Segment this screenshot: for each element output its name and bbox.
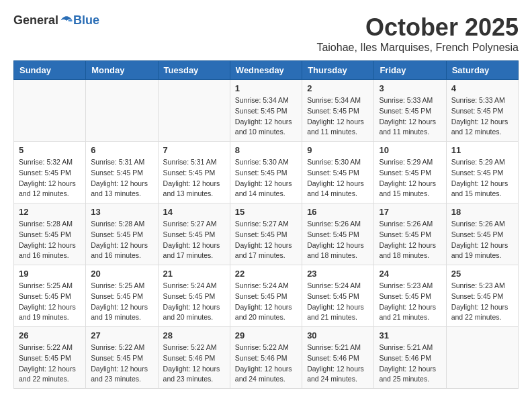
calendar-cell: 12Sunrise: 5:28 AM Sunset: 5:45 PM Dayli… <box>14 203 86 265</box>
day-info: Sunrise: 5:25 AM Sunset: 5:45 PM Dayligh… <box>91 281 152 323</box>
day-info: Sunrise: 5:26 AM Sunset: 5:45 PM Dayligh… <box>451 219 513 261</box>
day-info: Sunrise: 5:29 AM Sunset: 5:45 PM Dayligh… <box>379 157 441 199</box>
day-header-monday: Monday <box>86 61 158 80</box>
calendar-cell <box>86 80 158 142</box>
day-number: 11 <box>451 145 513 155</box>
day-info: Sunrise: 5:24 AM Sunset: 5:45 PM Dayligh… <box>307 281 369 323</box>
calendar-cell: 27Sunrise: 5:22 AM Sunset: 5:45 PM Dayli… <box>86 327 158 389</box>
day-number: 22 <box>235 269 297 279</box>
calendar-cell: 13Sunrise: 5:28 AM Sunset: 5:45 PM Dayli… <box>86 203 158 265</box>
day-number: 2 <box>307 83 369 93</box>
day-info: Sunrise: 5:23 AM Sunset: 5:45 PM Dayligh… <box>379 281 441 323</box>
day-info: Sunrise: 5:22 AM Sunset: 5:45 PM Dayligh… <box>91 342 152 385</box>
calendar-cell: 6Sunrise: 5:31 AM Sunset: 5:45 PM Daylig… <box>86 142 158 203</box>
day-header-sunday: Sunday <box>14 61 86 80</box>
days-header-row: SundayMondayTuesdayWednesdayThursdayFrid… <box>14 61 519 80</box>
day-number: 14 <box>163 207 225 217</box>
day-info: Sunrise: 5:32 AM Sunset: 5:45 PM Dayligh… <box>19 157 81 199</box>
day-number: 19 <box>19 269 81 279</box>
day-number: 21 <box>163 269 225 279</box>
calendar-cell: 24Sunrise: 5:23 AM Sunset: 5:45 PM Dayli… <box>374 265 446 327</box>
day-number: 15 <box>235 207 297 217</box>
day-number: 24 <box>379 269 441 279</box>
day-info: Sunrise: 5:26 AM Sunset: 5:45 PM Dayligh… <box>379 219 441 261</box>
day-number: 17 <box>379 207 441 217</box>
calendar-cell: 11Sunrise: 5:29 AM Sunset: 5:45 PM Dayli… <box>446 142 518 203</box>
day-info: Sunrise: 5:22 AM Sunset: 5:45 PM Dayligh… <box>19 342 81 385</box>
day-header-saturday: Saturday <box>446 61 518 80</box>
day-number: 28 <box>163 330 225 340</box>
week-row-4: 19Sunrise: 5:25 AM Sunset: 5:45 PM Dayli… <box>14 265 519 327</box>
day-number: 1 <box>235 83 297 93</box>
calendar-cell <box>158 80 230 142</box>
day-info: Sunrise: 5:28 AM Sunset: 5:45 PM Dayligh… <box>19 219 81 261</box>
calendar-cell: 28Sunrise: 5:22 AM Sunset: 5:46 PM Dayli… <box>158 327 230 389</box>
day-header-friday: Friday <box>374 61 446 80</box>
day-number: 29 <box>235 330 297 340</box>
day-number: 27 <box>91 330 152 340</box>
logo: General Blue <box>13 13 99 28</box>
calendar-cell <box>14 80 86 142</box>
calendar-cell: 21Sunrise: 5:24 AM Sunset: 5:45 PM Dayli… <box>158 265 230 327</box>
calendar-table: SundayMondayTuesdayWednesdayThursdayFrid… <box>13 60 519 389</box>
calendar-cell: 31Sunrise: 5:21 AM Sunset: 5:46 PM Dayli… <box>374 327 446 389</box>
calendar-cell: 16Sunrise: 5:26 AM Sunset: 5:45 PM Dayli… <box>302 203 374 265</box>
day-number: 3 <box>379 83 441 93</box>
day-number: 6 <box>91 145 152 155</box>
day-info: Sunrise: 5:30 AM Sunset: 5:45 PM Dayligh… <box>235 157 297 199</box>
day-header-thursday: Thursday <box>302 61 374 80</box>
logo-bird-icon <box>60 14 73 28</box>
calendar-cell: 18Sunrise: 5:26 AM Sunset: 5:45 PM Dayli… <box>446 203 518 265</box>
calendar-cell: 5Sunrise: 5:32 AM Sunset: 5:45 PM Daylig… <box>14 142 86 203</box>
calendar-cell: 4Sunrise: 5:33 AM Sunset: 5:45 PM Daylig… <box>446 80 518 142</box>
day-info: Sunrise: 5:33 AM Sunset: 5:45 PM Dayligh… <box>379 95 441 138</box>
month-title: October 2025 <box>316 13 519 42</box>
title-area: October 2025 Taiohae, Iles Marquises, Fr… <box>316 13 519 54</box>
day-info: Sunrise: 5:29 AM Sunset: 5:45 PM Dayligh… <box>451 157 513 199</box>
calendar-cell: 15Sunrise: 5:27 AM Sunset: 5:45 PM Dayli… <box>230 203 302 265</box>
day-number: 31 <box>379 330 441 340</box>
day-number: 18 <box>451 207 513 217</box>
day-number: 7 <box>163 145 225 155</box>
day-info: Sunrise: 5:26 AM Sunset: 5:45 PM Dayligh… <box>307 219 369 261</box>
day-info: Sunrise: 5:31 AM Sunset: 5:45 PM Dayligh… <box>163 157 225 199</box>
day-number: 5 <box>19 145 81 155</box>
day-number: 25 <box>451 269 513 279</box>
calendar-cell: 30Sunrise: 5:21 AM Sunset: 5:46 PM Dayli… <box>302 327 374 389</box>
calendar-cell: 14Sunrise: 5:27 AM Sunset: 5:45 PM Dayli… <box>158 203 230 265</box>
day-header-tuesday: Tuesday <box>158 61 230 80</box>
day-info: Sunrise: 5:27 AM Sunset: 5:45 PM Dayligh… <box>235 219 297 261</box>
day-number: 4 <box>451 83 513 93</box>
day-info: Sunrise: 5:28 AM Sunset: 5:45 PM Dayligh… <box>91 219 152 261</box>
day-number: 9 <box>307 145 369 155</box>
day-number: 30 <box>307 330 369 340</box>
week-row-2: 5Sunrise: 5:32 AM Sunset: 5:45 PM Daylig… <box>14 142 519 203</box>
week-row-3: 12Sunrise: 5:28 AM Sunset: 5:45 PM Dayli… <box>14 203 519 265</box>
calendar-cell: 29Sunrise: 5:22 AM Sunset: 5:46 PM Dayli… <box>230 327 302 389</box>
calendar-cell: 25Sunrise: 5:23 AM Sunset: 5:45 PM Dayli… <box>446 265 518 327</box>
calendar-cell: 19Sunrise: 5:25 AM Sunset: 5:45 PM Dayli… <box>14 265 86 327</box>
day-info: Sunrise: 5:33 AM Sunset: 5:45 PM Dayligh… <box>451 95 513 138</box>
calendar-cell: 8Sunrise: 5:30 AM Sunset: 5:45 PM Daylig… <box>230 142 302 203</box>
day-info: Sunrise: 5:24 AM Sunset: 5:45 PM Dayligh… <box>163 281 225 323</box>
day-number: 16 <box>307 207 369 217</box>
day-info: Sunrise: 5:31 AM Sunset: 5:45 PM Dayligh… <box>91 157 152 199</box>
calendar-cell: 22Sunrise: 5:24 AM Sunset: 5:45 PM Dayli… <box>230 265 302 327</box>
week-row-1: 1Sunrise: 5:34 AM Sunset: 5:45 PM Daylig… <box>14 80 519 142</box>
calendar-cell: 23Sunrise: 5:24 AM Sunset: 5:45 PM Dayli… <box>302 265 374 327</box>
calendar-cell: 1Sunrise: 5:34 AM Sunset: 5:45 PM Daylig… <box>230 80 302 142</box>
day-number: 13 <box>91 207 152 217</box>
calendar-cell: 9Sunrise: 5:30 AM Sunset: 5:45 PM Daylig… <box>302 142 374 203</box>
day-number: 10 <box>379 145 441 155</box>
logo-blue-text: Blue <box>73 13 99 28</box>
day-info: Sunrise: 5:27 AM Sunset: 5:45 PM Dayligh… <box>163 219 225 261</box>
page-header: General Blue October 2025 Taiohae, Iles … <box>13 13 519 54</box>
day-info: Sunrise: 5:24 AM Sunset: 5:45 PM Dayligh… <box>235 281 297 323</box>
day-info: Sunrise: 5:21 AM Sunset: 5:46 PM Dayligh… <box>307 342 369 385</box>
day-number: 26 <box>19 330 81 340</box>
calendar-cell: 10Sunrise: 5:29 AM Sunset: 5:45 PM Dayli… <box>374 142 446 203</box>
calendar-cell: 17Sunrise: 5:26 AM Sunset: 5:45 PM Dayli… <box>374 203 446 265</box>
calendar-cell: 26Sunrise: 5:22 AM Sunset: 5:45 PM Dayli… <box>14 327 86 389</box>
day-info: Sunrise: 5:25 AM Sunset: 5:45 PM Dayligh… <box>19 281 81 323</box>
calendar-cell: 3Sunrise: 5:33 AM Sunset: 5:45 PM Daylig… <box>374 80 446 142</box>
